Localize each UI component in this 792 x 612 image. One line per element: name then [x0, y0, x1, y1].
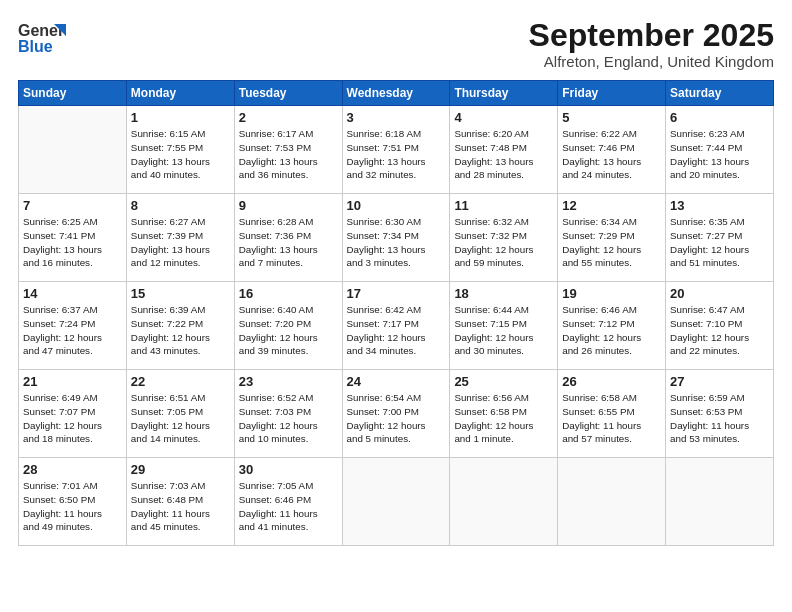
weekday-header-row: Sunday Monday Tuesday Wednesday Thursday… [19, 81, 774, 106]
calendar-cell: 11Sunrise: 6:32 AM Sunset: 7:32 PM Dayli… [450, 194, 558, 282]
calendar-cell: 22Sunrise: 6:51 AM Sunset: 7:05 PM Dayli… [126, 370, 234, 458]
title-block: September 2025 Alfreton, England, United… [529, 18, 774, 70]
calendar-cell: 19Sunrise: 6:46 AM Sunset: 7:12 PM Dayli… [558, 282, 666, 370]
day-info: Sunrise: 7:05 AM Sunset: 6:46 PM Dayligh… [239, 479, 338, 534]
header-sunday: Sunday [19, 81, 127, 106]
day-number: 20 [670, 286, 769, 301]
day-number: 2 [239, 110, 338, 125]
calendar-cell: 23Sunrise: 6:52 AM Sunset: 7:03 PM Dayli… [234, 370, 342, 458]
day-info: Sunrise: 6:22 AM Sunset: 7:46 PM Dayligh… [562, 127, 661, 182]
day-info: Sunrise: 6:54 AM Sunset: 7:00 PM Dayligh… [347, 391, 446, 446]
day-number: 24 [347, 374, 446, 389]
day-number: 14 [23, 286, 122, 301]
page: General Blue September 2025 Alfreton, En… [0, 0, 792, 612]
calendar-cell: 21Sunrise: 6:49 AM Sunset: 7:07 PM Dayli… [19, 370, 127, 458]
day-info: Sunrise: 6:23 AM Sunset: 7:44 PM Dayligh… [670, 127, 769, 182]
day-info: Sunrise: 6:15 AM Sunset: 7:55 PM Dayligh… [131, 127, 230, 182]
day-number: 21 [23, 374, 122, 389]
day-number: 17 [347, 286, 446, 301]
day-info: Sunrise: 6:40 AM Sunset: 7:20 PM Dayligh… [239, 303, 338, 358]
calendar-cell: 2Sunrise: 6:17 AM Sunset: 7:53 PM Daylig… [234, 106, 342, 194]
calendar-week-5: 28Sunrise: 7:01 AM Sunset: 6:50 PM Dayli… [19, 458, 774, 546]
day-number: 28 [23, 462, 122, 477]
calendar-week-4: 21Sunrise: 6:49 AM Sunset: 7:07 PM Dayli… [19, 370, 774, 458]
day-info: Sunrise: 7:01 AM Sunset: 6:50 PM Dayligh… [23, 479, 122, 534]
day-number: 4 [454, 110, 553, 125]
day-number: 22 [131, 374, 230, 389]
day-number: 13 [670, 198, 769, 213]
calendar-week-3: 14Sunrise: 6:37 AM Sunset: 7:24 PM Dayli… [19, 282, 774, 370]
calendar-cell: 6Sunrise: 6:23 AM Sunset: 7:44 PM Daylig… [666, 106, 774, 194]
day-info: Sunrise: 6:32 AM Sunset: 7:32 PM Dayligh… [454, 215, 553, 270]
calendar-cell: 10Sunrise: 6:30 AM Sunset: 7:34 PM Dayli… [342, 194, 450, 282]
day-info: Sunrise: 6:39 AM Sunset: 7:22 PM Dayligh… [131, 303, 230, 358]
calendar-cell: 1Sunrise: 6:15 AM Sunset: 7:55 PM Daylig… [126, 106, 234, 194]
day-info: Sunrise: 6:46 AM Sunset: 7:12 PM Dayligh… [562, 303, 661, 358]
day-info: Sunrise: 6:42 AM Sunset: 7:17 PM Dayligh… [347, 303, 446, 358]
day-info: Sunrise: 6:17 AM Sunset: 7:53 PM Dayligh… [239, 127, 338, 182]
location: Alfreton, England, United Kingdom [529, 53, 774, 70]
day-number: 30 [239, 462, 338, 477]
day-info: Sunrise: 6:59 AM Sunset: 6:53 PM Dayligh… [670, 391, 769, 446]
day-info: Sunrise: 6:51 AM Sunset: 7:05 PM Dayligh… [131, 391, 230, 446]
calendar-cell [666, 458, 774, 546]
header-thursday: Thursday [450, 81, 558, 106]
day-info: Sunrise: 6:52 AM Sunset: 7:03 PM Dayligh… [239, 391, 338, 446]
day-number: 1 [131, 110, 230, 125]
day-number: 3 [347, 110, 446, 125]
day-info: Sunrise: 6:28 AM Sunset: 7:36 PM Dayligh… [239, 215, 338, 270]
day-info: Sunrise: 6:20 AM Sunset: 7:48 PM Dayligh… [454, 127, 553, 182]
calendar-cell: 7Sunrise: 6:25 AM Sunset: 7:41 PM Daylig… [19, 194, 127, 282]
calendar-cell: 26Sunrise: 6:58 AM Sunset: 6:55 PM Dayli… [558, 370, 666, 458]
calendar-cell [558, 458, 666, 546]
calendar-cell: 25Sunrise: 6:56 AM Sunset: 6:58 PM Dayli… [450, 370, 558, 458]
day-info: Sunrise: 6:44 AM Sunset: 7:15 PM Dayligh… [454, 303, 553, 358]
header-wednesday: Wednesday [342, 81, 450, 106]
calendar: Sunday Monday Tuesday Wednesday Thursday… [18, 80, 774, 546]
logo: General Blue [18, 18, 66, 60]
day-number: 27 [670, 374, 769, 389]
calendar-cell [342, 458, 450, 546]
day-number: 8 [131, 198, 230, 213]
day-number: 7 [23, 198, 122, 213]
header-monday: Monday [126, 81, 234, 106]
day-number: 23 [239, 374, 338, 389]
calendar-cell: 4Sunrise: 6:20 AM Sunset: 7:48 PM Daylig… [450, 106, 558, 194]
day-info: Sunrise: 6:34 AM Sunset: 7:29 PM Dayligh… [562, 215, 661, 270]
day-info: Sunrise: 6:56 AM Sunset: 6:58 PM Dayligh… [454, 391, 553, 446]
calendar-cell: 29Sunrise: 7:03 AM Sunset: 6:48 PM Dayli… [126, 458, 234, 546]
day-number: 5 [562, 110, 661, 125]
day-info: Sunrise: 6:49 AM Sunset: 7:07 PM Dayligh… [23, 391, 122, 446]
day-info: Sunrise: 6:30 AM Sunset: 7:34 PM Dayligh… [347, 215, 446, 270]
day-number: 16 [239, 286, 338, 301]
day-number: 19 [562, 286, 661, 301]
calendar-cell: 28Sunrise: 7:01 AM Sunset: 6:50 PM Dayli… [19, 458, 127, 546]
calendar-cell: 14Sunrise: 6:37 AM Sunset: 7:24 PM Dayli… [19, 282, 127, 370]
calendar-week-1: 1Sunrise: 6:15 AM Sunset: 7:55 PM Daylig… [19, 106, 774, 194]
calendar-cell: 15Sunrise: 6:39 AM Sunset: 7:22 PM Dayli… [126, 282, 234, 370]
day-number: 11 [454, 198, 553, 213]
calendar-week-2: 7Sunrise: 6:25 AM Sunset: 7:41 PM Daylig… [19, 194, 774, 282]
month-title: September 2025 [529, 18, 774, 53]
calendar-cell: 27Sunrise: 6:59 AM Sunset: 6:53 PM Dayli… [666, 370, 774, 458]
calendar-cell [450, 458, 558, 546]
day-info: Sunrise: 6:27 AM Sunset: 7:39 PM Dayligh… [131, 215, 230, 270]
day-number: 9 [239, 198, 338, 213]
calendar-cell: 18Sunrise: 6:44 AM Sunset: 7:15 PM Dayli… [450, 282, 558, 370]
calendar-cell: 5Sunrise: 6:22 AM Sunset: 7:46 PM Daylig… [558, 106, 666, 194]
calendar-body: 1Sunrise: 6:15 AM Sunset: 7:55 PM Daylig… [19, 106, 774, 546]
day-number: 6 [670, 110, 769, 125]
header-tuesday: Tuesday [234, 81, 342, 106]
calendar-cell: 9Sunrise: 6:28 AM Sunset: 7:36 PM Daylig… [234, 194, 342, 282]
day-info: Sunrise: 6:35 AM Sunset: 7:27 PM Dayligh… [670, 215, 769, 270]
calendar-cell: 8Sunrise: 6:27 AM Sunset: 7:39 PM Daylig… [126, 194, 234, 282]
header-saturday: Saturday [666, 81, 774, 106]
day-number: 15 [131, 286, 230, 301]
day-number: 10 [347, 198, 446, 213]
calendar-cell [19, 106, 127, 194]
day-number: 12 [562, 198, 661, 213]
day-number: 29 [131, 462, 230, 477]
day-info: Sunrise: 6:47 AM Sunset: 7:10 PM Dayligh… [670, 303, 769, 358]
day-info: Sunrise: 6:58 AM Sunset: 6:55 PM Dayligh… [562, 391, 661, 446]
svg-text:Blue: Blue [18, 38, 53, 55]
